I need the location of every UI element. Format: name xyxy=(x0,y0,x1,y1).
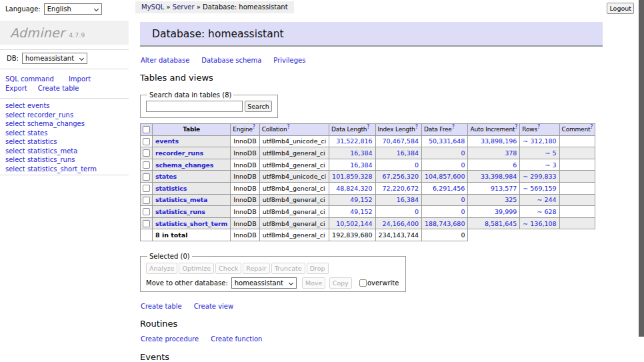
data-free-link[interactable]: 188,743,680 xyxy=(425,220,465,227)
database-action-link[interactable]: Database schema xyxy=(201,57,261,64)
data-free-link[interactable]: 0 xyxy=(461,149,465,157)
data-length-link[interactable]: 16,384 xyxy=(350,149,372,157)
row-checkbox[interactable] xyxy=(143,197,150,204)
auto-increment-link[interactable]: 6 xyxy=(513,161,517,169)
auto-increment-link[interactable]: 33,398,984 xyxy=(481,173,517,180)
table-name-link[interactable]: events xyxy=(155,137,179,145)
scrollbar-thumb[interactable] xyxy=(639,0,644,337)
sql-command-link[interactable]: SQL command xyxy=(5,75,54,83)
index-length-link[interactable]: 16,384 xyxy=(397,149,419,157)
language-select[interactable]: English xyxy=(44,3,102,15)
data-length-link[interactable]: 48,824,320 xyxy=(336,185,372,192)
data-length-link[interactable]: 101,859,328 xyxy=(332,173,372,180)
index-length-link[interactable]: 70,467,584 xyxy=(383,137,419,145)
help-link[interactable]: ? xyxy=(287,124,289,130)
database-action-link[interactable]: Privileges xyxy=(273,57,305,64)
auto-increment-link[interactable]: 378 xyxy=(505,149,517,157)
auto-increment-link[interactable]: 913,577 xyxy=(491,185,517,192)
rows-link[interactable]: ~ 628 xyxy=(537,208,556,215)
select-all-checkbox[interactable] xyxy=(143,126,150,133)
rows-link[interactable]: ~ 569,159 xyxy=(523,185,556,192)
help-link[interactable]: ? xyxy=(590,124,593,130)
sidebar-select-link[interactable]: select statistics_short_term xyxy=(5,165,129,174)
data-length-link[interactable]: 49,152 xyxy=(350,208,372,215)
overwrite-checkbox[interactable] xyxy=(359,279,367,287)
db-select[interactable]: homeassistant xyxy=(22,53,87,64)
table-name-link[interactable]: statistics_short_term xyxy=(155,220,227,227)
index-length-link[interactable]: 0 xyxy=(415,208,419,215)
data-length-link[interactable]: 10,502,144 xyxy=(336,220,372,227)
data-free-link[interactable]: 6,291,456 xyxy=(433,185,465,192)
copy-button[interactable]: Copy xyxy=(329,277,352,289)
data-free-link[interactable]: 0 xyxy=(461,208,465,215)
sidebar-select-link[interactable]: select states xyxy=(5,129,129,138)
move-db-select[interactable]: homeassistant xyxy=(231,277,297,289)
optimize-button[interactable]: Optimize xyxy=(179,263,214,274)
row-checkbox[interactable] xyxy=(143,185,150,192)
drop-button[interactable]: Drop xyxy=(307,263,329,274)
help-link[interactable]: ? xyxy=(253,124,255,130)
data-length-link[interactable]: 49,152 xyxy=(350,196,372,203)
row-checkbox[interactable] xyxy=(143,161,150,169)
help-link[interactable]: ? xyxy=(537,124,540,130)
table-name-link[interactable]: schema_changes xyxy=(155,161,213,169)
help-link[interactable]: ? xyxy=(515,124,517,130)
row-checkbox[interactable] xyxy=(143,208,150,215)
table-name-link[interactable]: recorder_runs xyxy=(155,149,203,157)
table-name-link[interactable]: states xyxy=(155,173,177,180)
check-button[interactable]: Check xyxy=(215,263,241,274)
create-table-link[interactable]: Create table xyxy=(38,85,79,92)
row-checkbox[interactable] xyxy=(143,138,150,145)
index-length-link[interactable]: 24,166,400 xyxy=(383,220,419,227)
routine-link[interactable]: Create procedure xyxy=(141,335,199,343)
move-button[interactable]: Move xyxy=(302,277,325,289)
data-free-link[interactable]: 104,857,600 xyxy=(425,173,465,180)
sidebar-select-link[interactable]: select recorder_runs xyxy=(5,111,129,120)
sidebar-select-link[interactable]: select statistics xyxy=(5,137,129,147)
data-length-link[interactable]: 31,522,816 xyxy=(336,137,372,145)
table-name-link[interactable]: statistics_meta xyxy=(155,196,207,203)
table-name-link[interactable]: statistics_runs xyxy=(155,208,205,215)
rows-link[interactable]: ~ 312,180 xyxy=(523,137,556,145)
sidebar-select-link[interactable]: select statistics_meta xyxy=(5,147,129,156)
rows-link[interactable]: ~ 136,108 xyxy=(523,220,556,227)
truncate-button[interactable]: Truncate xyxy=(271,263,305,274)
help-link[interactable]: ? xyxy=(415,124,418,130)
rows-link[interactable]: ~ 5 xyxy=(545,149,557,157)
index-length-link[interactable]: 16,384 xyxy=(397,196,419,203)
index-length-link[interactable]: 72,220,672 xyxy=(383,185,419,192)
rows-link[interactable]: ~ 244 xyxy=(537,196,556,203)
row-checkbox[interactable] xyxy=(143,220,150,227)
search-button[interactable]: Search xyxy=(245,101,272,112)
logout-button[interactable]: Logout xyxy=(607,3,634,14)
auto-increment-link[interactable]: 39,999 xyxy=(495,208,517,215)
data-free-link[interactable]: 0 xyxy=(461,196,465,203)
help-link[interactable]: ? xyxy=(452,124,455,130)
table-name-link[interactable]: statistics xyxy=(155,185,187,192)
search-input[interactable] xyxy=(146,101,243,112)
auto-increment-link[interactable]: 33,898,196 xyxy=(481,137,517,145)
import-link[interactable]: Import xyxy=(69,75,91,83)
rows-link[interactable]: ~ 3 xyxy=(545,161,557,169)
repair-button[interactable]: Repair xyxy=(243,263,269,274)
index-length-link[interactable]: 67,256,320 xyxy=(383,173,419,180)
data-free-link[interactable]: 50,331,648 xyxy=(429,137,465,145)
sidebar-select-link[interactable]: select schema_changes xyxy=(5,119,129,129)
analyze-button[interactable]: Analyze xyxy=(146,263,177,274)
data-free-link[interactable]: 0 xyxy=(461,161,465,169)
sidebar-select-link[interactable]: select statistics_runs xyxy=(5,155,129,165)
create-link[interactable]: Create table xyxy=(141,303,182,310)
auto-increment-link[interactable]: 8,581,645 xyxy=(485,220,517,227)
sidebar-select-link[interactable]: select events xyxy=(5,101,129,111)
index-length-link[interactable]: 0 xyxy=(415,161,419,169)
data-length-link[interactable]: 16,384 xyxy=(350,161,372,169)
rows-link[interactable]: ~ 299,833 xyxy=(523,173,556,180)
create-link[interactable]: Create view xyxy=(194,303,233,310)
row-checkbox[interactable] xyxy=(143,149,150,157)
export-link[interactable]: Export xyxy=(5,85,27,92)
help-link[interactable]: ? xyxy=(367,124,369,130)
auto-increment-link[interactable]: 325 xyxy=(505,196,517,203)
routine-link[interactable]: Create function xyxy=(211,335,262,343)
database-action-link[interactable]: Alter database xyxy=(141,57,189,64)
scrollbar-track[interactable] xyxy=(639,0,644,362)
